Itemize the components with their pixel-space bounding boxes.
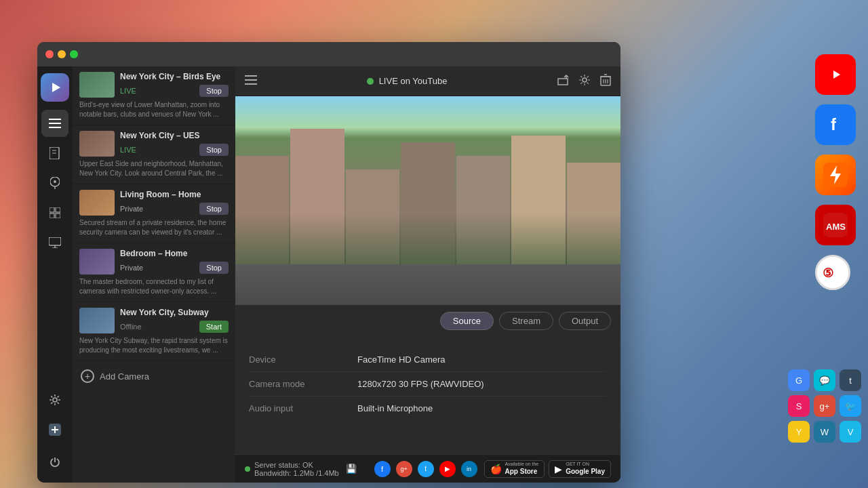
chat-cluster-icon[interactable]: 💬 xyxy=(814,369,835,391)
svg-rect-12 xyxy=(49,123,61,124)
svg-rect-32 xyxy=(245,75,257,77)
available-on-text: Available on the xyxy=(505,462,539,467)
app-logo[interactable] xyxy=(41,73,69,102)
desktop-icons: f AMS ⑤ xyxy=(815,54,856,290)
settings-button[interactable] xyxy=(578,74,591,89)
svg-rect-23 xyxy=(56,214,60,218)
svg-rect-21 xyxy=(56,207,60,212)
camera-thumbnail xyxy=(79,308,115,333)
close-button[interactable] xyxy=(45,50,54,58)
camera-item[interactable]: New York City – UES LIVE Stop Upper East… xyxy=(73,125,235,184)
gplus-social-btn[interactable]: g+ xyxy=(396,461,412,477)
svg-text:⑤: ⑤ xyxy=(823,266,833,280)
svg-rect-11 xyxy=(49,119,61,120)
icon-sidebar xyxy=(37,66,73,483)
google-play-text: GET IT ON Google Play xyxy=(566,462,605,475)
start-button[interactable]: Start xyxy=(199,321,229,333)
s5-desktop-icon[interactable]: ⑤ xyxy=(815,255,850,290)
audio-value: Built-in Microphone xyxy=(357,403,433,413)
apple-icon: 🍎 xyxy=(490,464,502,474)
camera-item[interactable]: New York City – Birds Eye LIVE Stop Bird… xyxy=(73,66,235,125)
sidebar-icon-grid[interactable] xyxy=(41,199,68,226)
facebook-social-btn[interactable]: f xyxy=(374,461,391,477)
sidebar-icon-settings[interactable] xyxy=(41,386,68,413)
tab-stream[interactable]: Stream xyxy=(499,312,553,330)
stop-button[interactable]: Stop xyxy=(199,85,229,97)
stop-button[interactable]: Stop xyxy=(199,144,229,156)
twitter-cluster-icon[interactable]: 🐦 xyxy=(840,395,861,417)
camera-info: New York City – UES LIVE Stop xyxy=(120,131,229,156)
camera-item[interactable]: Living Room – Home Private Stop Secured … xyxy=(73,184,235,243)
social-s-cluster-icon[interactable]: S xyxy=(788,395,810,417)
twitter-social-btn[interactable]: t xyxy=(418,461,434,477)
camera-thumbnail xyxy=(79,72,115,98)
mode-label: Camera mode xyxy=(249,379,357,389)
small-icon-cluster: G 💬 t S g+ 🐦 Y W V xyxy=(788,369,861,443)
gplus-cluster-icon[interactable]: g+ xyxy=(814,395,835,417)
control-tabs: Source Stream Output xyxy=(235,305,620,337)
ams-desktop-icon[interactable]: AMS xyxy=(815,205,856,245)
linkedin-social-btn[interactable]: in xyxy=(461,461,477,477)
top-bar: LIVE on YouTube xyxy=(235,66,620,96)
stop-button[interactable]: Stop xyxy=(199,262,229,274)
camera-description: New York City Subway, the rapid transit … xyxy=(79,336,229,355)
tab-output[interactable]: Output xyxy=(559,312,611,330)
facebook-desktop-icon[interactable]: f xyxy=(815,104,856,145)
title-bar xyxy=(37,42,620,66)
audio-label: Audio input xyxy=(249,403,357,413)
minimize-button[interactable] xyxy=(58,50,66,58)
stop-button[interactable]: Stop xyxy=(199,203,229,215)
yelp-cluster-icon[interactable]: Y xyxy=(788,421,810,443)
video-preview xyxy=(235,96,620,305)
tab-source[interactable]: Source xyxy=(440,312,494,330)
sidebar-icon-power[interactable] xyxy=(41,449,68,476)
content-area: LIVE on YouTube xyxy=(235,66,620,483)
camera-status: LIVE xyxy=(120,146,136,154)
video-road xyxy=(235,264,620,305)
wordpress-cluster-icon[interactable]: W xyxy=(814,421,835,443)
sidebar-icon-book[interactable] xyxy=(41,140,68,167)
svg-rect-22 xyxy=(50,214,54,218)
youtube-desktop-icon[interactable] xyxy=(815,54,856,95)
camera-status: Offline xyxy=(120,323,142,331)
server-status-dot xyxy=(245,466,250,472)
add-camera-button[interactable]: + Add Camera xyxy=(73,361,235,391)
bolt-desktop-icon[interactable] xyxy=(815,155,856,195)
camera-info: Bedroom – Home Private Stop xyxy=(120,249,229,274)
camera-name: New York City – UES xyxy=(120,131,229,142)
app-window: New York City – Birds Eye LIVE Stop Bird… xyxy=(37,42,620,483)
camera-info: Living Room – Home Private Stop xyxy=(120,190,229,215)
source-audio-row: Audio input Built-in Microphone xyxy=(249,396,607,420)
sidebar-icon-plus[interactable] xyxy=(41,416,68,443)
google-play-badge[interactable]: ▶ GET IT ON Google Play xyxy=(549,460,611,478)
youtube-social-btn[interactable]: ▶ xyxy=(439,461,456,477)
camera-description: The master bedroom, connected to my list… xyxy=(79,277,229,296)
sidebar-icon-monitor[interactable] xyxy=(41,229,68,256)
server-status-text: Server status: OK Bandwidth: 1.2Mb /1.4M… xyxy=(254,461,339,477)
svg-rect-33 xyxy=(245,79,257,81)
maximize-button[interactable] xyxy=(70,50,78,58)
live-indicator: LIVE on YouTube xyxy=(265,76,549,86)
camera-status: Private xyxy=(120,205,143,213)
camera-item[interactable]: Bedroom – Home Private Stop The master b… xyxy=(73,243,235,302)
sidebar-icon-location[interactable] xyxy=(41,169,68,197)
play-icon: ▶ xyxy=(555,464,562,474)
add-circle-icon: + xyxy=(81,369,94,383)
menu-icon[interactable] xyxy=(245,75,257,87)
share-button[interactable] xyxy=(557,75,569,88)
hdd-icon: 💾 xyxy=(346,464,357,474)
camera-info: New York City – Birds Eye LIVE Stop xyxy=(120,72,229,97)
svg-text:AMS: AMS xyxy=(826,222,846,232)
window-controls xyxy=(45,50,78,58)
vimeo-cluster-icon[interactable]: V xyxy=(840,421,861,443)
delete-button[interactable] xyxy=(600,74,611,89)
camera-thumbnail xyxy=(79,249,115,274)
tumblr-cluster-icon[interactable]: t xyxy=(840,369,861,391)
social-icons: f g+ t ▶ in xyxy=(374,461,477,477)
camera-item[interactable]: New York City, Subway Offline Start New … xyxy=(73,302,235,361)
camera-name: Bedroom – Home xyxy=(120,249,229,260)
sidebar-icon-channels[interactable] xyxy=(41,110,68,137)
app-store-badge[interactable]: 🍎 Available on the App Store xyxy=(484,460,545,478)
google-cluster-icon[interactable]: G xyxy=(788,369,810,391)
main-layout: New York City – Birds Eye LIVE Stop Bird… xyxy=(37,66,620,483)
